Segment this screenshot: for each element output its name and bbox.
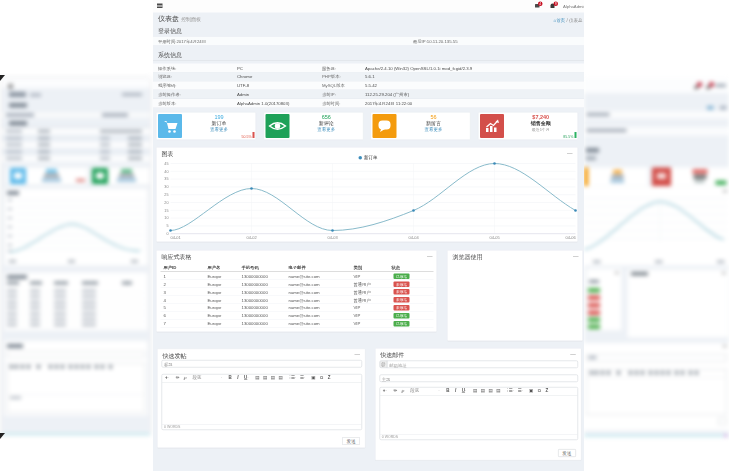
svg-text:04-03: 04-03: [328, 235, 339, 240]
svg-text:40: 40: [164, 170, 168, 174]
svg-text:04-05: 04-05: [490, 235, 501, 240]
svg-text:15: 15: [164, 209, 168, 213]
svg-text:0: 0: [166, 232, 168, 236]
svg-text:20: 20: [164, 201, 168, 205]
svg-text:30: 30: [164, 185, 168, 189]
svg-text:35: 35: [164, 177, 168, 181]
svg-text:5: 5: [166, 224, 168, 228]
svg-text:10: 10: [164, 216, 168, 220]
svg-text:04-01: 04-01: [171, 235, 182, 240]
svg-text:04-04: 04-04: [409, 235, 420, 240]
svg-text:45: 45: [164, 162, 168, 166]
svg-text:04-02: 04-02: [247, 235, 258, 240]
svg-text:25: 25: [164, 193, 168, 197]
svg-text:04-06: 04-06: [566, 235, 577, 240]
